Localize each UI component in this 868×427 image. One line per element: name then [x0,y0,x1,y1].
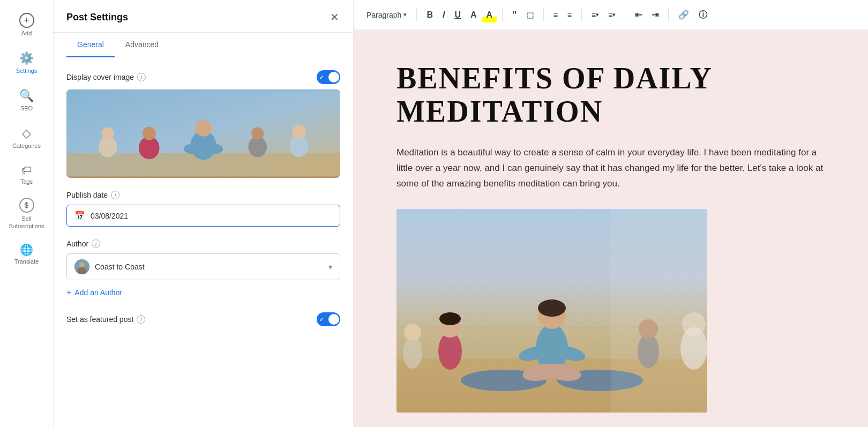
article-title: BENEFITS OF DAILY MEDITATION [396,62,825,128]
toolbar-separator-4 [581,9,582,21]
publish-date-info-icon[interactable]: i [111,191,119,199]
insert-group: " ⬚ [508,7,538,23]
avatar-svg [74,259,89,274]
globe-icon: 🌐 [20,243,33,256]
sidebar-item-settings-label: Settings [16,68,38,74]
line-spacing-button[interactable]: ≡ ▾ [604,8,619,22]
quote-button[interactable]: " [508,7,521,23]
italic-button[interactable]: I [438,8,449,23]
avatar [74,259,89,274]
svg-point-4 [184,144,203,154]
author-info: Coast to Coast [74,259,145,274]
sidebar-item-tags-label: Tags [20,178,33,185]
cover-image-preview[interactable] [66,89,340,178]
tag-icon: 🏷 [21,164,32,176]
toolbar: Paragraph ▾ B I U A A " ⬚ ≡ ≡ ≡ ▾ ≡ ▾ [354,0,868,30]
underline-button[interactable]: U [450,8,465,23]
toolbar-separator-6 [668,9,669,21]
plus-icon: + [66,288,71,297]
date-value: 03/08/2021 [91,212,128,220]
author-dropdown[interactable]: Coast to Coast ▾ [66,253,340,280]
highlight-button[interactable]: A [482,8,497,23]
author-label: Author i [66,239,340,248]
dollar-icon: $ [19,198,34,213]
ordered-list-button[interactable]: ≡ [549,8,562,22]
tabs: General Advanced [54,33,353,57]
sidebar-item-sell-label: Sell Subscriptions [0,215,53,230]
featured-post-setting: Set as featured post i [66,312,340,326]
tab-general[interactable]: General [66,33,115,57]
font-color-button[interactable]: A [466,8,481,23]
unordered-list-button[interactable]: ≡ [563,8,576,22]
cover-image-svg [66,89,340,178]
svg-point-11 [251,127,264,139]
featured-post-info-icon[interactable]: i [137,315,145,324]
cover-image [66,89,340,178]
settings-panel: Post Settings ✕ General Advanced Display… [54,0,354,427]
sidebar-item-sell[interactable]: $ Sell Subscriptions [0,192,53,236]
svg-point-13 [292,125,305,139]
toolbar-separator-1 [416,9,417,21]
paragraph-chevron-icon: ▾ [403,11,407,18]
svg-point-24 [538,299,566,317]
cover-image-setting: Display cover image i [66,70,340,178]
cover-image-info-icon[interactable]: i [137,73,146,81]
date-input[interactable]: 📅 03/08/2021 [66,205,340,227]
publish-date-setting: Publish date i 📅 03/08/2021 [66,191,340,227]
sidebar-item-translate[interactable]: 🌐 Translate [0,236,53,272]
cover-image-toggle[interactable] [317,70,340,84]
info-button[interactable]: ⓘ [694,8,712,23]
icon-bar: + Add ⚙️ Settings 🔍 SEO ◇ Categories 🏷 T… [0,0,54,427]
add-author-button[interactable]: + Add an Author [66,286,340,299]
svg-rect-38 [611,209,707,413]
svg-point-9 [102,127,114,139]
toolbar-separator-3 [543,9,544,21]
settings-title: Post Settings [66,12,128,23]
cover-image-header: Display cover image i [66,70,340,84]
editor-content[interactable]: BENEFITS OF DAILY MEDITATION Meditation … [354,30,868,427]
article-image-svg [396,209,707,413]
sidebar-item-categories-label: Categories [12,143,41,149]
sidebar-item-categories[interactable]: ◇ Categories [0,119,53,156]
article-image [396,209,707,413]
settings-header: Post Settings ✕ [54,0,353,33]
list-group: ≡ ≡ [549,8,576,22]
sidebar-item-seo[interactable]: 🔍 SEO [0,81,53,119]
search-icon: 🔍 [19,89,34,103]
paragraph-select[interactable]: Paragraph ▾ [362,8,411,23]
svg-point-7 [143,126,156,140]
align-button[interactable]: ≡ ▾ [587,8,603,22]
svg-point-31 [439,312,461,325]
align-group: ≡ ▾ ≡ ▾ [587,8,619,22]
add-icon: + [19,13,34,28]
publish-date-label: Publish date i [66,191,340,199]
outdent-button[interactable]: ⇤ [631,8,646,23]
chevron-down-icon: ▾ [328,263,332,271]
author-name: Coast to Coast [95,263,145,271]
close-button[interactable]: ✕ [329,11,340,24]
svg-point-33 [404,324,421,341]
embed-button[interactable]: ⬚ [522,8,538,22]
sidebar-item-seo-label: SEO [20,105,33,111]
indent-button[interactable]: ⇥ [647,8,663,23]
svg-point-32 [403,336,422,369]
editor-area: Paragraph ▾ B I U A A " ⬚ ≡ ≡ ≡ ▾ ≡ ▾ [354,0,868,427]
link-button[interactable]: 🔗 [674,8,693,23]
toolbar-separator-2 [502,9,503,21]
sidebar-item-settings[interactable]: ⚙️ Settings [0,44,53,81]
sidebar-item-tags[interactable]: 🏷 Tags [0,156,53,192]
toolbar-separator-5 [625,9,625,21]
svg-point-15 [79,262,85,267]
bold-button[interactable]: B [422,8,437,23]
svg-point-3 [195,120,212,137]
panel-content: Display cover image i [54,57,353,339]
tab-advanced[interactable]: Advanced [115,33,169,57]
sidebar-item-add[interactable]: + Add [0,5,53,44]
text-format-group: B I U A A [422,8,497,23]
paragraph-label: Paragraph [366,11,401,19]
gear-icon: ⚙️ [19,51,34,65]
calendar-icon: 📅 [74,211,85,221]
featured-post-toggle[interactable] [317,312,340,326]
author-setting: Author i Coast to Coast ▾ + [66,239,340,299]
author-info-icon[interactable]: i [92,239,100,248]
